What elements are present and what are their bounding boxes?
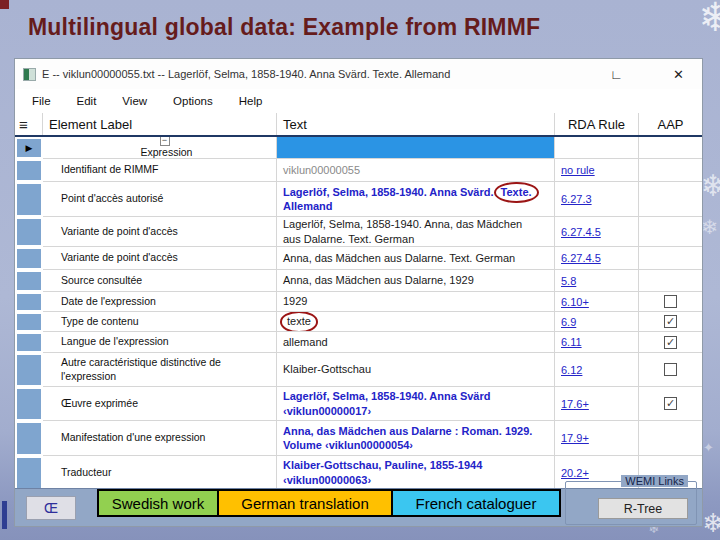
rda-rule-link[interactable]: 17.6+ bbox=[561, 398, 589, 410]
menu-options[interactable]: Options bbox=[160, 95, 226, 107]
collapse-icon[interactable]: − bbox=[160, 137, 170, 146]
column-header-element-label[interactable]: Element Label bbox=[43, 113, 277, 135]
rda-rule-link[interactable]: 20.2+ bbox=[561, 467, 589, 479]
table-row: Date de l'expression19296.10+ bbox=[15, 292, 702, 312]
rda-rule-link[interactable]: no rule bbox=[561, 164, 595, 176]
rda-rule-cell: 6.12 bbox=[555, 353, 639, 387]
element-label-cell: Variante de point d'accès bbox=[43, 217, 277, 247]
slide-corner-square bbox=[0, 0, 9, 9]
slide-left-bar bbox=[2, 501, 7, 529]
expression-group-label-cell[interactable]: − Expression bbox=[43, 137, 277, 159]
row-selector[interactable] bbox=[15, 312, 43, 332]
element-label-cell: Source consultée bbox=[43, 270, 277, 292]
element-label-cell: Identifiant de RIMMF bbox=[43, 159, 277, 182]
annotation-french-cataloguer: French cataloguer bbox=[391, 489, 561, 517]
row-selector[interactable] bbox=[15, 247, 43, 270]
rtree-button[interactable]: R-Tree bbox=[598, 498, 688, 519]
row-selector[interactable] bbox=[15, 159, 43, 182]
aap-cell bbox=[639, 421, 702, 456]
column-header-aap[interactable]: AAP bbox=[639, 113, 702, 135]
text-value-cell[interactable]: Lagerlöf, Selma, 1858-1940. Anna Svärd. … bbox=[277, 182, 555, 217]
rda-rule-cell: 6.10+ bbox=[555, 292, 639, 312]
element-label-cell: Variante de point d'accès bbox=[43, 247, 277, 270]
rda-rule-link[interactable]: 5.8 bbox=[561, 275, 576, 287]
resize-button[interactable]: ∟ bbox=[610, 67, 623, 82]
aap-cell: ✓ bbox=[639, 312, 702, 332]
rda-rule-link[interactable]: 17.9+ bbox=[561, 432, 589, 444]
rda-rule-cell: 17.9+ bbox=[555, 421, 639, 456]
row-selector[interactable] bbox=[15, 421, 43, 456]
row-selector[interactable] bbox=[15, 456, 43, 490]
snowflake-icon: ❄ bbox=[701, 168, 720, 203]
snowflake-icon: ❄ bbox=[701, 215, 718, 239]
rda-rule-link[interactable]: 6.27.4.5 bbox=[561, 226, 601, 238]
aap-cell: ✓ bbox=[639, 387, 702, 421]
aap-checkbox[interactable]: ✓ bbox=[664, 336, 677, 349]
rda-rule-link[interactable]: 6.27.4.5 bbox=[561, 252, 601, 264]
rimmf-window: E -- viklun00000055.txt -- Lagerlöf, Sel… bbox=[14, 58, 703, 527]
text-value-cell[interactable]: allemand bbox=[277, 332, 555, 353]
text-value-cell[interactable]: texte bbox=[277, 312, 555, 332]
rda-rule-link[interactable]: 6.12 bbox=[561, 364, 582, 376]
close-button[interactable]: ✕ bbox=[673, 67, 684, 82]
row-selector[interactable] bbox=[15, 332, 43, 353]
menu-view[interactable]: View bbox=[109, 95, 160, 107]
rda-rule-link[interactable]: 6.10+ bbox=[561, 296, 589, 308]
oe-button[interactable]: Œ bbox=[26, 496, 76, 520]
rda-rule-link[interactable]: 6.11 bbox=[561, 336, 582, 348]
table-row: Point d'accès autoriséLagerlöf, Selma, 1… bbox=[15, 182, 702, 217]
column-header-text[interactable]: Text bbox=[277, 113, 555, 135]
red-circle-annotation: texte bbox=[280, 312, 318, 332]
table-row: Variante de point d'accèsAnna, das Mädch… bbox=[15, 247, 702, 270]
row-selector[interactable] bbox=[15, 182, 43, 217]
menu-edit[interactable]: Edit bbox=[64, 95, 110, 107]
snowflake-icon: ❄ bbox=[698, 0, 720, 40]
menu-help[interactable]: Help bbox=[226, 95, 276, 107]
rda-rule-cell: 17.6+ bbox=[555, 387, 639, 421]
snowflake-icon: ❄ bbox=[702, 508, 720, 539]
row-selector[interactable] bbox=[15, 217, 43, 247]
row-selector[interactable] bbox=[15, 387, 43, 421]
row-selector[interactable] bbox=[15, 353, 43, 387]
expression-group-row[interactable]: ▶ − Expression bbox=[15, 137, 702, 159]
text-value-cell[interactable]: Anna, das Mädchen aus Dalarne : Roman. 1… bbox=[277, 421, 555, 456]
element-label-cell: Œuvre exprimée bbox=[43, 387, 277, 421]
rows-header-cell[interactable]: ≡ bbox=[15, 113, 43, 135]
text-value-cell[interactable]: viklun00000055 bbox=[277, 159, 555, 182]
annotation-row: Swedish workGerman translationFrench cat… bbox=[97, 489, 561, 517]
text-value-cell[interactable]: 1929 bbox=[277, 292, 555, 312]
aap-cell bbox=[639, 353, 702, 387]
text-value-cell[interactable]: Lagerlöf, Selma, 1858-1940. Anna, das Mä… bbox=[277, 217, 555, 247]
text-value-cell[interactable]: Klaiber-Gottschau bbox=[277, 353, 555, 387]
selected-text-cell[interactable] bbox=[277, 137, 555, 159]
aap-checkbox[interactable] bbox=[664, 295, 677, 308]
slide-title: Multilingual global data: Example from R… bbox=[28, 14, 540, 41]
expression-group-label: Expression bbox=[141, 146, 193, 159]
aap-checkbox[interactable] bbox=[664, 363, 677, 376]
aap-checkbox[interactable]: ✓ bbox=[664, 397, 677, 410]
rda-rule-link[interactable]: 6.27.3 bbox=[561, 193, 592, 205]
wemi-links-groupbox: WEMI Links R-Tree bbox=[565, 481, 697, 525]
menu-bar: FileEditViewOptionsHelp bbox=[15, 89, 702, 113]
element-label-cell: Manifestation d'une expression bbox=[43, 421, 277, 456]
element-label-cell: Traducteur bbox=[43, 456, 277, 490]
wemi-links-label: WEMI Links bbox=[621, 475, 688, 487]
rda-rule-link[interactable]: 6.9 bbox=[561, 316, 576, 328]
aap-checkbox[interactable]: ✓ bbox=[664, 315, 677, 328]
element-table: ≡ Element Label Text RDA Rule AAP ▶ − Ex… bbox=[15, 113, 702, 490]
aap-cell bbox=[639, 270, 702, 292]
text-value-cell[interactable]: Anna, das Mädchen aus Dalarne, 1929 bbox=[277, 270, 555, 292]
text-value-cell[interactable]: Klaiber-Gottschau, Pauline, 1855-1944‹vi… bbox=[277, 456, 555, 490]
text-value-cell[interactable]: Anna, das Mädchen aus Dalarne. Text. Ger… bbox=[277, 247, 555, 270]
current-row-indicator[interactable]: ▶ bbox=[15, 137, 43, 159]
rda-rule-cell: 6.27.4.5 bbox=[555, 247, 639, 270]
app-icon bbox=[23, 68, 36, 81]
text-value-cell[interactable]: Lagerlöf, Selma, 1858-1940. Anna Svärd‹v… bbox=[277, 387, 555, 421]
menu-file[interactable]: File bbox=[19, 95, 64, 107]
row-selector[interactable] bbox=[15, 270, 43, 292]
aap-cell bbox=[639, 159, 702, 182]
row-selector[interactable] bbox=[15, 292, 43, 312]
rule-cell bbox=[555, 137, 639, 159]
rda-rule-cell: 6.11 bbox=[555, 332, 639, 353]
column-header-rda-rule[interactable]: RDA Rule bbox=[555, 113, 639, 135]
